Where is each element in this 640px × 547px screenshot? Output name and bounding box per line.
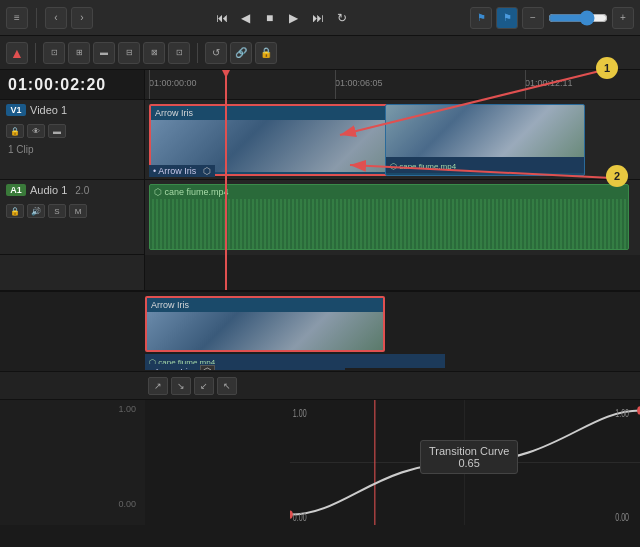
ruler-line-2 <box>525 70 526 99</box>
audio-track-badge[interactable]: A1 <box>6 184 26 196</box>
audio-track: ⬡ cane fiume.mp4 <box>145 180 640 255</box>
svg-text:1.00: 1.00 <box>615 407 629 419</box>
curve-btn-4[interactable]: ↖ <box>217 377 237 395</box>
curve-container: 1.00 0.00 1.00 1.00 0.00 <box>0 400 640 525</box>
bottom-panel: Arrow Iris ⬡ cane fiume.mp4 • Arrow Iris… <box>0 290 640 525</box>
menu-button[interactable]: ≡ <box>6 7 28 29</box>
transport-controls: ⏮ ◀ ■ ▶ ⏭ ↻ <box>212 8 352 28</box>
y-bottom-label: 0.00 <box>0 499 140 509</box>
skip-end-button[interactable]: ⏭ <box>308 8 328 28</box>
video-eye-button[interactable]: 👁 <box>27 124 45 138</box>
bottom-transition-label: Arrow Iris <box>154 367 192 371</box>
audio-m-button[interactable]: M <box>69 204 87 218</box>
clip-button[interactable]: ▬ <box>93 42 115 64</box>
top-toolbar: ≡ ‹ › ⏮ ◀ ■ ▶ ⏭ ↻ ⚑ ⚑ − + <box>0 0 640 36</box>
clip-2-sublabel: ⬡ cane fiume.mp4 <box>386 157 584 173</box>
prev-edit-button[interactable]: ‹ <box>45 7 67 29</box>
audio-clip-1[interactable]: ⬡ cane fiume.mp4 <box>149 184 629 250</box>
curve-toolbar: ↗ ↘ ↙ ↖ <box>0 372 640 400</box>
playhead-head <box>221 70 231 78</box>
next-edit-button[interactable]: › <box>71 7 93 29</box>
select-tool[interactable]: ▲ <box>6 42 28 64</box>
fit-fill-button[interactable]: ⊠ <box>143 42 165 64</box>
svg-text:0.00: 0.00 <box>293 511 307 523</box>
y-axis: 1.00 0.00 <box>0 400 145 525</box>
y-top-label: 1.00 <box>0 404 140 414</box>
clip-2-thumbnail <box>386 105 584 157</box>
audio-speaker-button[interactable]: 🔊 <box>27 204 45 218</box>
video-track-name: Video 1 <box>30 104 67 116</box>
step-back-button[interactable]: ◀ <box>236 8 256 28</box>
video-track-badge[interactable]: V1 <box>6 104 26 116</box>
undo-button[interactable]: ↺ <box>205 42 227 64</box>
plus-button[interactable]: + <box>612 7 634 29</box>
video-lock-button[interactable]: 🔒 <box>6 124 24 138</box>
flag-button[interactable]: ⚑ <box>470 7 492 29</box>
loop-button[interactable]: ↻ <box>332 8 352 28</box>
minus-button[interactable]: − <box>522 7 544 29</box>
skip-start-button[interactable]: ⏮ <box>212 8 232 28</box>
replace-button[interactable]: ⊟ <box>118 42 140 64</box>
timeline-container: 01:00:02:20 V1 Video 1 🔒 👁 ▬ 1 Clip A1 A… <box>0 70 640 290</box>
audio-lock-button[interactable]: 🔒 <box>6 204 24 218</box>
svg-text:1.00: 1.00 <box>293 407 307 419</box>
curve-btn-1[interactable]: ↗ <box>148 377 168 395</box>
bottom-transition-bar[interactable]: • Arrow Iris ⬡ <box>145 364 345 370</box>
curve-canvas: 1.00 1.00 0.00 0.00 Transition Curve 0.6… <box>290 400 640 525</box>
ruler-mark-2: 01:00:12:11 <box>525 78 573 88</box>
sep3 <box>197 43 198 63</box>
flag-blue-button[interactable]: ⚑ <box>496 7 518 29</box>
bottom-clip-1-label: Arrow Iris <box>147 298 383 312</box>
curve-btn-2[interactable]: ↘ <box>171 377 191 395</box>
play-button[interactable]: ▶ <box>284 8 304 28</box>
source-overwrite-button[interactable]: ⊡ <box>43 42 65 64</box>
video-clip-2[interactable]: ⬡ cane fiume.mp4 <box>385 104 585 176</box>
transition-bar[interactable]: • Arrow Iris ⬡ <box>149 165 215 177</box>
audio-track-label: A1 Audio 1 2.0 🔒 🔊 S M <box>0 180 144 255</box>
audio-track-header: A1 Audio 1 2.0 <box>6 184 138 196</box>
svg-text:0.00: 0.00 <box>615 511 629 523</box>
lock-button[interactable]: 🔒 <box>255 42 277 64</box>
ruler-line-0 <box>149 70 150 99</box>
bottom-video-track: Arrow Iris ⬡ cane fiume.mp4 • Arrow Iris… <box>145 292 640 370</box>
stop-button[interactable]: ■ <box>260 8 280 28</box>
bottom-track-area: Arrow Iris ⬡ cane fiume.mp4 • Arrow Iris… <box>0 292 640 372</box>
audio-s-button[interactable]: S <box>48 204 66 218</box>
bottom-clip-1-thumb <box>147 312 383 350</box>
link-button[interactable]: 🔗 <box>230 42 252 64</box>
audio-track-controls: 🔒 🔊 S M <box>6 204 87 218</box>
sep2 <box>35 43 36 63</box>
bottom-clip-1[interactable]: Arrow Iris <box>145 296 385 352</box>
timecode-display: 01:00:02:20 <box>0 70 144 100</box>
video-film-button[interactable]: ▬ <box>48 124 66 138</box>
playhead <box>225 70 227 290</box>
ruler-mark-1: 01:00:06:05 <box>335 78 383 88</box>
ruler-line-1 <box>335 70 336 99</box>
clip-count: 1 Clip <box>6 144 34 155</box>
svg-point-4 <box>463 459 467 465</box>
video-track-label: V1 Video 1 🔒 👁 ▬ 1 Clip <box>0 100 144 180</box>
audio-clip-label: ⬡ cane fiume.mp4 <box>150 185 628 199</box>
video-track-header: V1 Video 1 <box>6 104 138 116</box>
curve-svg: 1.00 1.00 0.00 0.00 <box>290 400 640 525</box>
video-track-controls: 🔒 👁 ▬ <box>6 124 66 138</box>
second-toolbar: ▲ ⊡ ⊞ ▬ ⊟ ⊠ ⊡ ↺ 🔗 🔒 <box>0 36 640 70</box>
ruler: 01:00:00:00 01:00:06:05 01:00:12:11 <box>145 70 640 100</box>
audio-volume: 2.0 <box>75 185 89 196</box>
place-on-top-button[interactable]: ⊡ <box>168 42 190 64</box>
timeline-tracks: 01:00:00:00 01:00:06:05 01:00:12:11 Arro… <box>145 70 640 290</box>
curve-btn-3[interactable]: ↙ <box>194 377 214 395</box>
timecode-value: 01:00:02:20 <box>8 76 106 94</box>
video-track: Arrow Iris ⬡ cane fiume.mp4 • Arrow Iris <box>145 100 640 180</box>
zoom-slider[interactable] <box>548 10 608 26</box>
separator <box>36 8 37 28</box>
audio-track-name: Audio 1 <box>30 184 67 196</box>
ruler-mark-0: 01:00:00:00 <box>149 78 197 88</box>
insert-button[interactable]: ⊞ <box>68 42 90 64</box>
track-labels: 01:00:02:20 V1 Video 1 🔒 👁 ▬ 1 Clip A1 A… <box>0 70 145 290</box>
